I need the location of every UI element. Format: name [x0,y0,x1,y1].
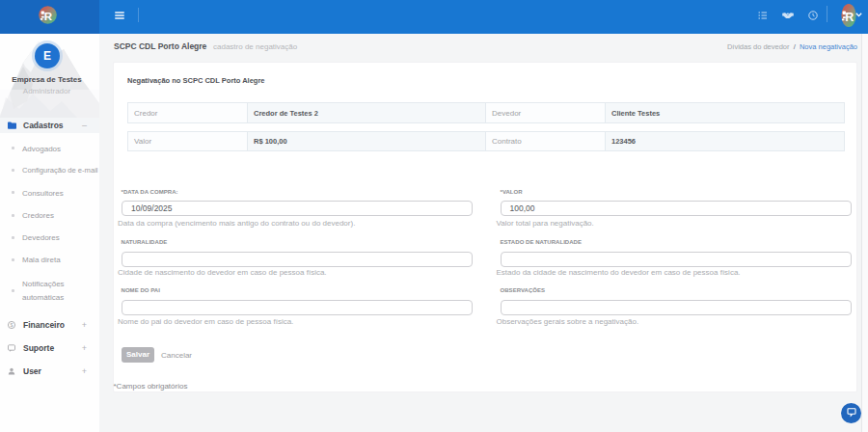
svg-text:R: R [44,11,53,22]
svg-text:$: $ [11,322,14,328]
svg-text:R: R [845,11,854,24]
